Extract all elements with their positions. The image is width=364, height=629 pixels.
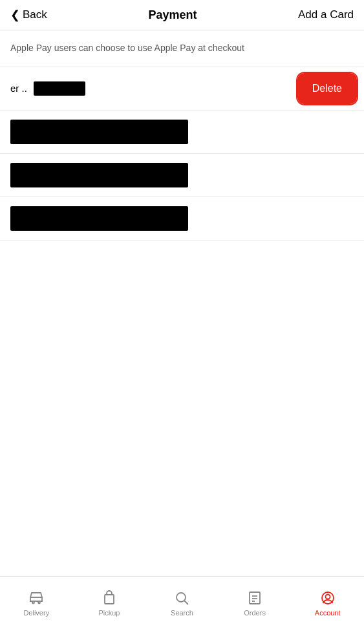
delivery-icon — [28, 590, 45, 606]
bottom-nav: Delivery Pickup Search — [0, 576, 364, 629]
card-block-2 — [10, 120, 188, 144]
card-number-redacted — [34, 81, 85, 96]
account-icon — [319, 590, 336, 606]
header: ❮ Back Payment Add a Card — [0, 0, 364, 30]
delete-button[interactable]: Delete — [301, 76, 354, 101]
svg-rect-2 — [105, 595, 114, 604]
payment-row-left: er .. — [10, 81, 301, 96]
orders-icon — [246, 590, 263, 606]
delivery-label: Delivery — [23, 609, 49, 617]
pickup-label: Pickup — [98, 609, 120, 617]
svg-point-3 — [177, 593, 186, 602]
payment-row-primary: er .. Delete — [0, 67, 364, 111]
search-label: Search — [171, 609, 193, 617]
card-block-4 — [10, 206, 188, 231]
back-label: Back — [23, 8, 47, 21]
svg-line-4 — [185, 601, 189, 604]
account-label: Account — [315, 609, 341, 617]
info-text: Apple Pay users can choose to use Apple … — [10, 43, 244, 53]
pickup-icon — [101, 590, 118, 606]
card-block-3 — [10, 163, 188, 187]
svg-point-0 — [32, 601, 34, 603]
payment-row-3[interactable] — [0, 154, 364, 197]
nav-item-search[interactable]: Search — [145, 584, 219, 622]
payment-list: er .. Delete — [0, 67, 364, 240]
page-title: Payment — [148, 8, 197, 22]
add-card-button[interactable]: Add a Card — [298, 8, 354, 21]
chevron-left-icon: ❮ — [10, 8, 20, 22]
info-banner: Apple Pay users can choose to use Apple … — [0, 30, 364, 67]
search-icon — [173, 590, 190, 606]
svg-point-10 — [325, 594, 330, 599]
nav-item-account[interactable]: Account — [291, 584, 364, 622]
back-button[interactable]: ❮ Back — [10, 8, 47, 22]
card-label-prefix: er .. — [10, 83, 27, 94]
payment-row-2[interactable] — [0, 111, 364, 154]
payment-row-4[interactable] — [0, 197, 364, 240]
nav-item-pickup[interactable]: Pickup — [73, 584, 146, 622]
svg-rect-5 — [250, 592, 260, 604]
nav-item-orders[interactable]: Orders — [219, 584, 292, 622]
orders-label: Orders — [244, 609, 266, 617]
svg-point-1 — [38, 601, 40, 603]
nav-item-delivery[interactable]: Delivery — [0, 584, 73, 622]
